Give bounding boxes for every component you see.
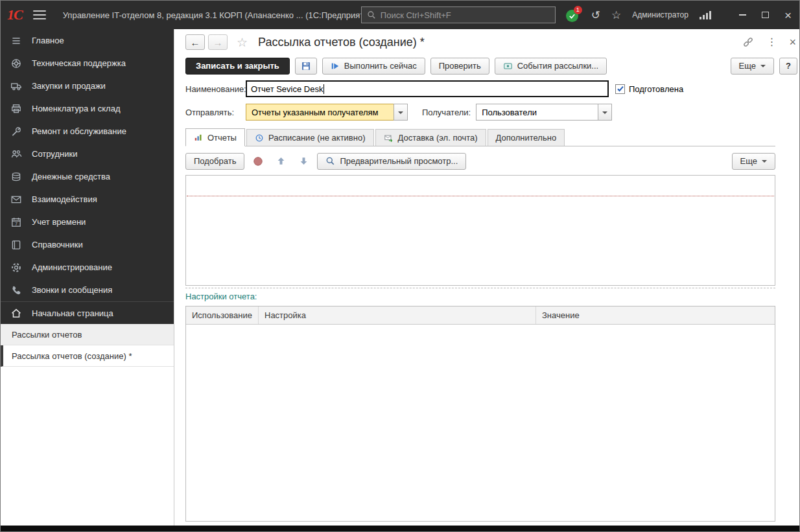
send-field-row: Отправлять: Отчеты указанным получателям… xyxy=(185,103,797,121)
window-close-button[interactable]: × xyxy=(784,9,792,21)
chevron-down-icon xyxy=(760,65,766,67)
form-toolbar: Записать и закрыть Выполнить сей xyxy=(185,57,797,75)
add-to-favorites-star-icon[interactable]: ☆ xyxy=(237,35,248,50)
sidebar-item-catalogs[interactable]: Справочники xyxy=(1,233,174,256)
insertion-marker xyxy=(187,196,774,196)
more-button[interactable]: Еще xyxy=(731,58,774,75)
sidebar-item-calls-messages[interactable]: Звонки и сообщения xyxy=(1,279,174,301)
tab-schedule[interactable]: Расписание (не активно) xyxy=(246,129,374,146)
global-search-input[interactable]: Поиск Ctrl+Shift+F xyxy=(361,6,556,23)
column-header-value[interactable]: Значение xyxy=(536,306,775,324)
magnifier-icon xyxy=(325,156,335,166)
get-link-icon[interactable] xyxy=(742,36,754,48)
connection-status-icon[interactable] xyxy=(700,10,711,19)
notifications-icon[interactable]: 1 xyxy=(566,8,580,22)
save-button[interactable] xyxy=(295,58,317,75)
form-area: ← → ☆ Рассылка отчетов (создание) * ⋮ × xyxy=(174,29,799,526)
prepared-label: Подготовлена xyxy=(629,84,683,94)
settings-table-body[interactable] xyxy=(186,325,775,521)
maximize-button[interactable] xyxy=(762,12,769,18)
sidebar-item-warehouse[interactable]: Номенклатура и склад xyxy=(1,97,174,120)
forward-button[interactable]: → xyxy=(208,34,228,50)
help-button[interactable]: ? xyxy=(779,58,797,75)
remove-report-button[interactable] xyxy=(249,153,267,170)
events-icon xyxy=(503,62,513,71)
mailing-events-button[interactable]: События рассылки... xyxy=(495,58,607,75)
tab-reports[interactable]: Отчеты xyxy=(185,128,245,146)
form-tabs: Отчеты Расписание (не активно) Дост xyxy=(185,128,775,146)
home-icon xyxy=(10,307,22,319)
sidebar-item-home-page[interactable]: Начальная страница xyxy=(1,301,174,324)
tab-delivery[interactable]: Доставка (эл. почта) xyxy=(375,129,486,146)
arrow-down-icon xyxy=(299,156,309,166)
main-menu-icon[interactable] xyxy=(33,10,46,19)
report-settings-label: Настройки отчета: xyxy=(185,292,797,303)
floppy-icon xyxy=(301,61,311,71)
mail-delivery-icon xyxy=(384,133,394,143)
back-button[interactable]: ← xyxy=(185,34,205,50)
check-icon xyxy=(617,85,624,93)
bar-chart-icon xyxy=(194,133,203,142)
report-settings-table[interactable]: Использование Настройка Значение xyxy=(185,306,775,522)
send-select[interactable]: Отчеты указанным получателям xyxy=(246,104,408,121)
recipients-select[interactable]: Пользователи xyxy=(476,104,612,121)
prepared-checkbox[interactable]: Подготовлена xyxy=(615,84,683,94)
history-icon[interactable]: ↺ xyxy=(591,10,600,21)
notification-badge: 1 xyxy=(574,6,582,14)
sidebar-item-repair[interactable]: Ремонт и обслуживание xyxy=(1,120,174,143)
form-menu-kebab-icon[interactable]: ⋮ xyxy=(766,37,777,47)
svg-text:7: 7 xyxy=(15,220,18,226)
splitter-handle[interactable] xyxy=(185,288,775,288)
open-window-report-mailing-new[interactable]: Рассылка отчетов (создание) * xyxy=(1,345,174,367)
reports-more-button[interactable]: Еще xyxy=(732,153,775,170)
window-bottom-edge xyxy=(1,526,799,531)
envelope-icon xyxy=(10,194,22,205)
text-caret xyxy=(324,84,324,94)
check-button[interactable]: Проверить xyxy=(430,58,489,75)
reports-list[interactable] xyxy=(185,175,775,286)
sidebar-item-administration[interactable]: Администрирование xyxy=(1,256,174,279)
form-close-icon[interactable]: × xyxy=(789,36,796,48)
titlebar: 1С Управление IT-отделом 8, редакция 3.1… xyxy=(1,1,799,29)
column-header-usage[interactable]: Использование xyxy=(186,306,259,324)
current-user-menu[interactable]: Администратор xyxy=(632,10,688,19)
minimize-button[interactable] xyxy=(739,14,746,16)
page-title: Рассылка отчетов (создание) * xyxy=(258,36,425,49)
sidebar-item-interactions[interactable]: Взаимодействия xyxy=(1,188,174,211)
tab-additional[interactable]: Дополнительно xyxy=(488,129,565,146)
name-input[interactable]: Отчет Sevice Desk xyxy=(246,80,609,97)
send-select-dropdown-button[interactable] xyxy=(394,104,408,121)
chevron-down-icon xyxy=(762,160,767,163)
column-header-setting[interactable]: Настройка xyxy=(259,306,536,324)
onec-logo: 1С xyxy=(7,6,23,23)
sidebar-item-support[interactable]: Техническая поддержка xyxy=(1,52,174,75)
people-icon xyxy=(10,148,22,160)
save-and-close-button[interactable]: Записать и закрыть xyxy=(185,58,290,75)
open-window-report-mailings[interactable]: Рассылки отчетов xyxy=(1,324,174,345)
sidebar-item-time-tracking[interactable]: 7 Учет времени xyxy=(1,211,174,233)
sidebar-item-purchases-sales[interactable]: Закупки и продажи xyxy=(1,75,174,97)
truck-icon xyxy=(10,80,22,92)
wrench-icon xyxy=(10,126,22,137)
phone-icon xyxy=(10,284,22,296)
pick-reports-button[interactable]: Подобрать xyxy=(185,153,244,170)
window-title: Управление IT-отделом 8, редакция 3.1 КО… xyxy=(63,10,361,20)
preview-button[interactable]: Предварительный просмотр... xyxy=(317,153,466,170)
sidebar-item-money[interactable]: Денежные средства xyxy=(1,165,174,188)
recipients-select-dropdown-button[interactable] xyxy=(598,104,612,121)
arrow-up-icon xyxy=(276,156,286,166)
run-now-button[interactable]: Выполнить сейчас xyxy=(322,58,425,75)
chevron-down-icon xyxy=(602,111,607,114)
move-down-button[interactable] xyxy=(294,153,312,170)
sidebar-item-employees[interactable]: Сотрудники xyxy=(1,143,174,165)
run-icon xyxy=(331,62,340,71)
sidebar-item-main[interactable]: Главное xyxy=(1,29,174,52)
app-window: 1С Управление IT-отделом 8, редакция 3.1… xyxy=(0,0,800,532)
form-header: ← → ☆ Рассылка отчетов (создание) * ⋮ × xyxy=(185,33,797,51)
search-placeholder: Поиск Ctrl+Shift+F xyxy=(381,10,451,20)
sections-icon xyxy=(10,35,22,47)
send-label: Отправлять: xyxy=(185,108,246,117)
move-up-button[interactable] xyxy=(272,153,290,170)
printer-box-icon xyxy=(10,103,22,115)
favorites-star-icon[interactable]: ☆ xyxy=(611,10,621,21)
